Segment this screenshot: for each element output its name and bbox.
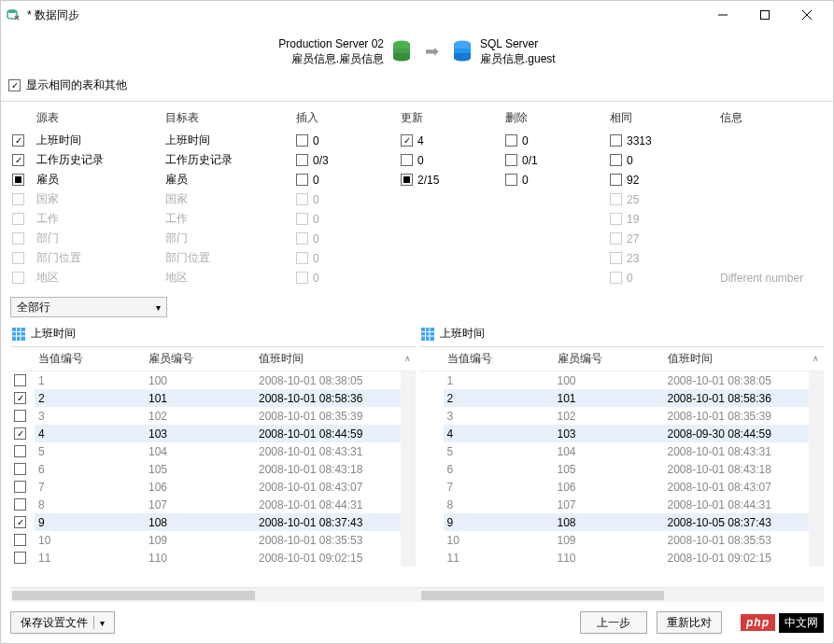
- scroll-gutter[interactable]: [809, 389, 824, 407]
- scroll-gutter[interactable]: [809, 442, 824, 460]
- checkbox[interactable]: [14, 463, 26, 475]
- scroll-gutter[interactable]: [401, 531, 416, 549]
- table-row-checkbox[interactable]: [10, 189, 35, 209]
- checkbox[interactable]: [14, 410, 26, 422]
- grid-header[interactable]: 雇员编号: [145, 347, 255, 371]
- checkbox[interactable]: [12, 154, 24, 166]
- checkbox[interactable]: [401, 154, 413, 166]
- checkbox[interactable]: [296, 134, 308, 147]
- row-checkbox-cell[interactable]: [10, 513, 35, 531]
- checkbox[interactable]: [14, 498, 26, 511]
- checkbox[interactable]: [14, 427, 26, 440]
- grid-header[interactable]: 当值编号: [35, 347, 145, 371]
- row-checkbox-cell[interactable]: [419, 425, 444, 442]
- horizontal-scrollbar[interactable]: [10, 587, 824, 602]
- checkbox[interactable]: [505, 174, 517, 186]
- checkbox[interactable]: [505, 134, 517, 147]
- scroll-gutter[interactable]: [809, 513, 824, 531]
- checkbox[interactable]: [401, 174, 413, 186]
- scroll-gutter[interactable]: [809, 460, 824, 478]
- close-icon: [802, 10, 812, 20]
- scroll-gutter[interactable]: [401, 389, 416, 407]
- row-checkbox-cell[interactable]: [10, 531, 35, 549]
- row-checkbox-cell[interactable]: [10, 549, 35, 567]
- checkbox[interactable]: [296, 154, 308, 166]
- row-checkbox-cell[interactable]: [419, 531, 444, 549]
- scroll-thumb[interactable]: [421, 591, 664, 600]
- row-checkbox-cell[interactable]: [10, 496, 35, 513]
- target-db: 雇员信息.guest: [480, 51, 556, 66]
- scroll-gutter[interactable]: [809, 549, 824, 567]
- checkbox[interactable]: [14, 552, 26, 564]
- row-checkbox-cell[interactable]: [419, 478, 444, 496]
- checkbox[interactable]: [12, 213, 24, 225]
- minimize-button[interactable]: [701, 2, 743, 28]
- maximize-button[interactable]: [743, 2, 785, 28]
- prev-button[interactable]: 上一步: [580, 611, 647, 634]
- grid-header[interactable]: 当值编号: [444, 347, 554, 371]
- row-checkbox-cell[interactable]: [419, 442, 444, 460]
- scroll-gutter[interactable]: [401, 371, 416, 389]
- scroll-gutter[interactable]: [401, 442, 416, 460]
- table-row-checkbox[interactable]: [10, 268, 35, 287]
- checkbox[interactable]: [296, 174, 308, 186]
- scroll-gutter[interactable]: [809, 425, 824, 442]
- table-row-checkbox[interactable]: [10, 131, 35, 150]
- checkbox[interactable]: [14, 374, 26, 386]
- row-filter-select[interactable]: 全部行 ▾: [10, 297, 167, 317]
- checkbox[interactable]: [14, 534, 26, 546]
- table-row-checkbox[interactable]: [10, 209, 35, 229]
- grid-header[interactable]: 值班时间: [255, 347, 401, 371]
- scroll-gutter[interactable]: [401, 496, 416, 513]
- grid-header[interactable]: 雇员编号: [554, 347, 664, 371]
- checkbox[interactable]: [12, 252, 24, 264]
- row-checkbox-cell[interactable]: [10, 425, 35, 442]
- checkbox[interactable]: [401, 134, 413, 147]
- checkbox[interactable]: [14, 392, 26, 404]
- checkbox[interactable]: [12, 272, 24, 284]
- row-checkbox-cell[interactable]: [10, 460, 35, 478]
- recompare-button[interactable]: 重新比对: [657, 611, 722, 634]
- row-checkbox-cell[interactable]: [10, 442, 35, 460]
- row-checkbox-cell[interactable]: [419, 389, 444, 407]
- scroll-gutter[interactable]: [809, 531, 824, 549]
- checkbox[interactable]: [12, 174, 24, 186]
- checkbox[interactable]: [12, 134, 24, 147]
- scroll-gutter[interactable]: [401, 513, 416, 531]
- scroll-gutter[interactable]: [401, 425, 416, 442]
- scroll-gutter[interactable]: [809, 478, 824, 496]
- scroll-gutter[interactable]: [401, 478, 416, 496]
- close-button[interactable]: [785, 2, 827, 28]
- scroll-gutter[interactable]: [809, 371, 824, 389]
- row-checkbox-cell[interactable]: [419, 460, 444, 478]
- save-profile-button[interactable]: 保存设置文件 ▾: [10, 611, 115, 634]
- scroll-gutter[interactable]: [809, 496, 824, 513]
- scroll-gutter[interactable]: [401, 407, 416, 425]
- row-checkbox-cell[interactable]: [10, 407, 35, 425]
- scroll-thumb[interactable]: [12, 591, 255, 600]
- scroll-gutter[interactable]: [809, 407, 824, 425]
- show-identical-checkbox[interactable]: [8, 79, 21, 91]
- row-checkbox-cell[interactable]: [419, 407, 444, 425]
- checkbox[interactable]: [14, 481, 26, 493]
- checkbox[interactable]: [12, 232, 24, 245]
- scroll-gutter[interactable]: [401, 460, 416, 478]
- row-checkbox-cell[interactable]: [419, 496, 444, 513]
- row-checkbox-cell[interactable]: [10, 389, 35, 407]
- table-row-checkbox[interactable]: [10, 229, 35, 248]
- checkbox[interactable]: [14, 516, 26, 528]
- row-checkbox-cell[interactable]: [10, 478, 35, 496]
- checkbox[interactable]: [505, 154, 517, 166]
- row-checkbox-cell[interactable]: [419, 513, 444, 531]
- row-checkbox-cell[interactable]: [419, 371, 444, 389]
- row-checkbox-cell[interactable]: [10, 371, 35, 389]
- grid-header[interactable]: 值班时间: [664, 347, 810, 371]
- grid-header-checkbox: [10, 347, 35, 371]
- scroll-gutter[interactable]: [401, 549, 416, 567]
- table-row-checkbox[interactable]: [10, 150, 35, 170]
- row-checkbox-cell[interactable]: [419, 549, 444, 567]
- checkbox[interactable]: [12, 193, 24, 205]
- checkbox[interactable]: [14, 445, 26, 457]
- table-row-checkbox[interactable]: [10, 170, 35, 189]
- table-row-checkbox[interactable]: [10, 248, 35, 268]
